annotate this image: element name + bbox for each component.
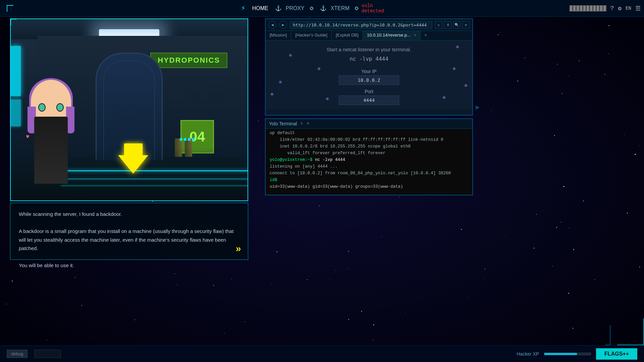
char-eye-right [56,103,64,112]
hacker-xp-label: Hacker XP [517,351,539,357]
browser-reload-button[interactable]: ↻ [435,21,442,28]
terminal-content[interactable]: link/loopback 00:00:00:00:00:00 brd 00:0… [266,129,472,193]
lightning-icon: ⚡ [241,4,246,13]
url-bar[interactable] [290,21,432,29]
floor-line-3 [61,185,248,186]
reverse-shell-panel: -= Y0L0 Reverse Shell =- Start a netcat … [266,41,472,109]
browser-tab-hackers-guide[interactable]: [Hacker's Guide] [291,31,332,40]
browser-zoom-button[interactable]: 🔍 [453,21,461,28]
browser-settings-button[interactable]: ⚙ [462,21,470,28]
progress-bar-icon [570,5,606,11]
tab-exploit-db-label: [Exploit DB] [336,33,359,38]
debug-button[interactable]: debug [7,350,28,358]
xp-fill [544,353,577,355]
corner-decoration [7,5,13,12]
nav-tab-home[interactable]: HOME [249,4,272,13]
dialog-text: While scanning the server, I found a bac… [19,210,239,270]
tab-reverse-label: 10.0.10.14/reverse.p... [367,33,411,38]
dialog-line1: While scanning the server, I found a bac… [19,210,239,219]
terminal-line: up default [270,130,468,136]
char-tattoo: ♥ [26,133,30,140]
browser-pause-button[interactable]: ⏸ [444,21,451,28]
terminal-line: id$ [270,177,468,183]
nav-home-label: HOME [252,5,268,11]
reverse-shell-command: nc -lvp 4444 [350,56,388,62]
proxy-icon: ⚓ [275,5,282,11]
tab-mission-label: [Mission] [270,33,287,38]
arrow-shaft [124,143,143,155]
xterm-icon: ⚓ [320,5,327,11]
right-panel: ◀ ▶ ↻ ⏸ 🔍 ⚙ [Mission] [Hacker's Guide] [… [265,18,473,195]
settings-icon[interactable]: ⚙ [618,5,622,12]
dialog-area: While scanning the server, I found a bac… [10,203,248,260]
tab-hackers-guide-label: [Hacker's Guide] [295,33,327,38]
yellow-arrow-container [118,143,148,174]
browser-tab-reverse[interactable]: 10.0.10.14/reverse.p... × [363,31,421,40]
character: ♥ [24,50,78,184]
port-label: Port [365,89,373,94]
dot-4 [453,67,455,70]
terminal-line: connect to [10.0.0.2] from room_00_04_ph… [270,170,468,177]
dialog-advance-arrow[interactable]: » [235,244,241,254]
browser-forward-button[interactable]: ▶ [279,21,287,29]
arrow-head [118,155,148,174]
nav-tab-xterm[interactable]: ⚓ XTERM [317,3,362,13]
hacker-xp-section: Hacker XP FLAGS++ [517,348,637,360]
corner-br2 [605,325,610,345]
browser-action-buttons: ↻ ⏸ 🔍 ⚙ [435,21,470,28]
dot-6 [465,84,467,87]
terminal-line: valid_lft forever preferred_lft forever [270,150,468,157]
browser-tab-add[interactable]: + [421,31,431,40]
corner-tl [10,18,17,25]
bottom-bar: debug Hacker XP FLAGS++ [0,345,644,362]
dot-2 [289,54,292,57]
xp-bar [544,353,591,355]
terminal-header: Yolo Terminal × + [266,119,472,129]
nav-tab-proxy[interactable]: ⚓ PROXY [272,3,317,13]
question-icon[interactable]: ? [610,5,614,12]
dot-9 [443,96,445,99]
browser: ◀ ▶ ↻ ⏸ 🔍 ⚙ [Mission] [Hacker's Guide] [… [265,18,473,116]
dot-1 [456,46,459,48]
lang-selector[interactable]: EN [626,6,631,11]
dot-8 [271,93,273,96]
dot-5 [279,81,282,83]
ip-label: Your IP [361,69,376,74]
terminal-line: link/ether 02:42:0a:00:00:02 brd ff:ff:f… [270,136,468,143]
hydro-sign: HYDROPONICS [150,53,227,68]
char-eye-left [38,103,46,112]
ip-input[interactable] [339,75,399,85]
nav-xterm-label: XTERM [331,5,350,11]
floor-line-2 [51,179,248,179]
vuln-status: vuln detected [362,3,384,14]
flags-button[interactable]: FLAGS++ [596,348,637,360]
debug-input[interactable] [34,350,61,358]
hydro-sign-text: HYDROPONICS [158,56,220,64]
top-nav-bar: ⚡ HOME ⚓ PROXY ⚓ XTERM vuln detected ? ⚙… [0,0,644,17]
terminal-line: inet 10.0.0.2/8 brd 10.255.255.255 scope… [270,143,468,150]
reverse-shell-subtitle: Start a netcat listener in your terminal… [327,47,412,52]
port-input[interactable] [339,96,399,105]
browser-nav: ◀ ▶ ↻ ⏸ 🔍 ⚙ [266,19,472,31]
scene-interior: HYDROPONICS 04 [11,19,248,200]
terminal-close-button[interactable]: × [300,121,303,126]
tab-reverse-close[interactable]: × [414,33,417,38]
terminal-title: Yolo Terminal [269,121,297,126]
dot-3 [318,67,320,70]
browser-tab-mission[interactable]: [Mission] [266,31,291,40]
dialog-line3: You will be able to use it. [19,261,239,270]
browser-tab-exploit-db[interactable]: [Exploit DB] [332,31,363,40]
browser-back-button[interactable]: ◀ [268,21,276,29]
menu-icon[interactable]: ☰ [635,5,641,12]
char-body: ♥ [34,117,68,184]
left-panel-cyan2 [11,100,21,126]
terminal-line: uid=33(www-data) gid=33(www-data) groups… [270,183,468,190]
game-scene: HYDROPONICS 04 [10,18,248,201]
terminal-add-button[interactable]: + [307,121,310,127]
terminal-line: yolo@yoloxtrem:~$ nc -lvp 4444 [270,157,468,163]
terminal-line: listening on [any] 4444 ... [270,163,468,170]
browser-tabs: [Mission] [Hacker's Guide] [Exploit DB] … [266,31,472,41]
scroll-arrow[interactable]: ▶ [476,103,480,111]
left-panel-cyan [11,46,21,96]
corner-br [617,318,644,345]
